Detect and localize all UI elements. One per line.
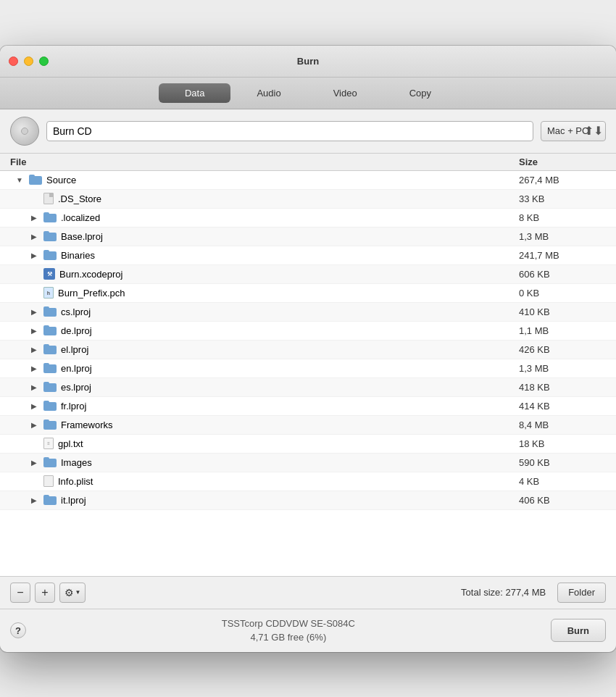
- disclosure-triangle[interactable]: [29, 250, 39, 260]
- txt-file-icon: ≡: [43, 438, 54, 449]
- disclosure-triangle[interactable]: [29, 231, 39, 241]
- traffic-lights: [9, 57, 49, 66]
- file-size: 267,4 MB: [519, 175, 606, 185]
- format-select[interactable]: Mac + PC Mac Only PC Only: [541, 121, 606, 141]
- bottom-toolbar: − + ⚙ ▼ Total size: 277,4 MB Folder: [0, 577, 616, 609]
- table-row[interactable]: Source267,4 MB: [0, 171, 616, 190]
- file-size: 418 KB: [519, 382, 606, 393]
- disclosure-triangle[interactable]: [29, 306, 39, 317]
- file-size: 406 KB: [519, 495, 606, 506]
- file-size: 4 KB: [519, 476, 606, 487]
- table-row[interactable]: hBurn_Prefix.pch0 KB: [0, 284, 616, 303]
- maximize-button[interactable]: [39, 57, 49, 66]
- file-size: 410 KB: [519, 306, 606, 317]
- disclosure-triangle[interactable]: [29, 420, 39, 430]
- disclosure-triangle[interactable]: [29, 363, 39, 373]
- h-file-icon: h: [43, 287, 54, 299]
- file-name: Binaries: [61, 250, 95, 261]
- folder-icon: [29, 175, 42, 185]
- file-name: es.lproj: [61, 382, 91, 393]
- file-size: 414 KB: [519, 401, 606, 412]
- file-size: 1,3 MB: [519, 363, 606, 374]
- disclosure-triangle[interactable]: [29, 457, 39, 467]
- tab-data[interactable]: Data: [159, 83, 230, 103]
- file-size: 426 KB: [519, 344, 606, 355]
- table-row[interactable]: .DS_Store33 KB: [0, 190, 616, 209]
- toolbar: Mac + PC Mac Only PC Only ⬆⬇: [0, 109, 616, 154]
- disclosure-triangle[interactable]: [29, 325, 39, 335]
- xcode-icon: ⚒: [43, 268, 55, 280]
- file-name: Base.lproj: [61, 231, 103, 242]
- table-row[interactable]: en.lproj1,3 MB: [0, 359, 616, 378]
- remove-button[interactable]: −: [10, 583, 30, 603]
- main-window: Burn Data Audio Video Copy Mac + PC Mac …: [0, 46, 616, 652]
- folder-icon: [43, 363, 57, 373]
- file-size: 241,7 MB: [519, 250, 606, 261]
- folder-icon: [43, 457, 57, 467]
- disc-inner: [21, 128, 28, 135]
- gear-chevron-icon: ▼: [75, 589, 81, 596]
- add-button[interactable]: +: [35, 583, 55, 603]
- file-size: 1,3 MB: [519, 231, 606, 242]
- gear-icon: ⚙: [64, 587, 74, 598]
- file-name: Images: [61, 457, 92, 468]
- file-list-header: File Size: [0, 154, 616, 171]
- disclosure-triangle[interactable]: [29, 212, 39, 222]
- disclosure-triangle[interactable]: [29, 344, 39, 354]
- file-name: .localized: [61, 212, 100, 223]
- folder-button[interactable]: Folder: [557, 583, 606, 603]
- folder-icon: [43, 382, 57, 392]
- folder-icon: [43, 495, 57, 505]
- close-button[interactable]: [9, 57, 18, 66]
- table-row[interactable]: .localized8 KB: [0, 209, 616, 228]
- disclosure-triangle[interactable]: [14, 175, 25, 185]
- table-row[interactable]: it.lproj406 KB: [0, 491, 616, 510]
- table-row[interactable]: Info.plist4 KB: [0, 472, 616, 491]
- table-row[interactable]: cs.lproj410 KB: [0, 303, 616, 322]
- folder-icon: [43, 325, 57, 335]
- status-bar: ? TSSTcorp CDDVDW SE-S084C 4,71 GB free …: [0, 609, 616, 652]
- disclosure-triangle[interactable]: [29, 401, 39, 411]
- table-row[interactable]: el.lproj426 KB: [0, 341, 616, 359]
- table-row[interactable]: Base.lproj1,3 MB: [0, 228, 616, 246]
- burn-button[interactable]: Burn: [551, 619, 606, 642]
- minimize-button[interactable]: [24, 57, 33, 66]
- file-name: Source: [46, 175, 76, 185]
- table-row[interactable]: de.lproj1,1 MB: [0, 322, 616, 341]
- file-size: 33 KB: [519, 193, 606, 204]
- file-name: gpl.txt: [58, 438, 83, 449]
- file-name: de.lproj: [61, 325, 92, 336]
- disclosure-triangle[interactable]: [29, 382, 39, 392]
- table-row[interactable]: Binaries241,7 MB: [0, 246, 616, 265]
- file-size: 606 KB: [519, 269, 606, 280]
- file-name: cs.lproj: [61, 306, 91, 317]
- tab-video[interactable]: Video: [307, 83, 383, 103]
- tab-audio[interactable]: Audio: [230, 83, 307, 103]
- file-name: el.lproj: [61, 344, 88, 355]
- file-size: 8 KB: [519, 212, 606, 223]
- table-row[interactable]: es.lproj418 KB: [0, 378, 616, 397]
- window-title: Burn: [297, 56, 319, 67]
- table-row[interactable]: ≡gpl.txt18 KB: [0, 435, 616, 454]
- project-name-input[interactable]: [46, 121, 533, 141]
- file-size: 18 KB: [519, 438, 606, 449]
- table-row[interactable]: Images590 KB: [0, 454, 616, 472]
- file-list: Source267,4 MB.DS_Store33 KB.localized8 …: [0, 171, 616, 577]
- folder-icon: [43, 420, 57, 430]
- drive-free: 4,71 GB free (6%): [26, 630, 551, 645]
- gear-button[interactable]: ⚙ ▼: [59, 583, 86, 603]
- file-name: .DS_Store: [58, 193, 101, 204]
- table-row[interactable]: fr.lproj414 KB: [0, 397, 616, 416]
- tab-copy[interactable]: Copy: [383, 83, 457, 103]
- folder-icon: [43, 212, 57, 222]
- file-name: en.lproj: [61, 363, 92, 374]
- table-row[interactable]: Frameworks8,4 MB: [0, 416, 616, 435]
- table-row[interactable]: ⚒Burn.xcodeproj606 KB: [0, 265, 616, 284]
- file-size: 0 KB: [519, 288, 606, 299]
- format-select-wrapper: Mac + PC Mac Only PC Only ⬆⬇: [541, 121, 606, 141]
- disclosure-triangle[interactable]: [29, 495, 39, 505]
- file-size: 590 KB: [519, 457, 606, 468]
- help-button[interactable]: ?: [10, 622, 26, 638]
- file-name: Burn.xcodeproj: [59, 269, 122, 280]
- file-name: fr.lproj: [61, 401, 86, 412]
